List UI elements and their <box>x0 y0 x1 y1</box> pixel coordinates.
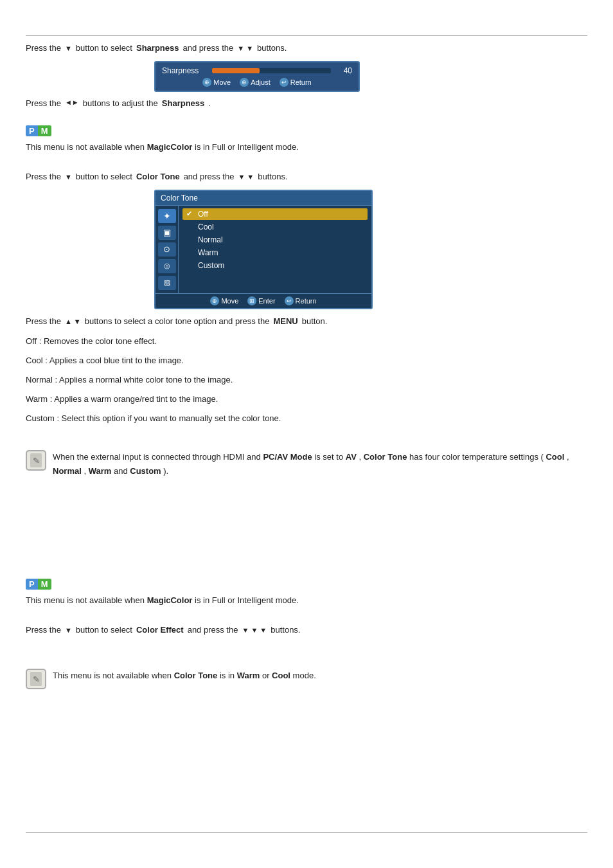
note-icon-1 <box>26 450 46 471</box>
pm-p-2: P <box>26 579 38 590</box>
note1-custom: Custom <box>130 466 161 476</box>
ct-text4: buttons. <box>258 170 287 183</box>
sharpness-osd-value: 40 <box>336 66 352 75</box>
note1-text5: has four color temperature settings ( <box>409 452 544 462</box>
ct-return-label: Return <box>296 297 317 305</box>
colortone-options-column: ✔ Off Cool Normal Warm <box>179 206 371 293</box>
ct-move-icon: ⊕ <box>210 296 219 305</box>
check-cool <box>186 223 194 231</box>
ct-enter-icon: ⊞ <box>247 296 256 305</box>
ct-option-warm[interactable]: Warm <box>182 247 368 258</box>
ce-label: Color Effect <box>136 624 184 637</box>
note2-text2: is in <box>220 671 235 680</box>
colortone-osd-body: ✦ ▣ ⊙ ◎ ▨ <box>155 206 371 293</box>
pm-note-end-2: is in Full or Intelligent mode. <box>195 595 299 605</box>
ct-cool-desc: Cool : Applies a cool blue tint to the i… <box>26 354 587 368</box>
ct-return-icon: ↩ <box>285 296 294 305</box>
colortone-osd-header: Color Tone <box>155 191 371 206</box>
ct-cool-label: Cool <box>198 222 214 231</box>
osd-adjust-ctrl: ⊕ Adjust <box>240 78 271 87</box>
pm-note-text-2: This menu is not available when <box>26 595 145 605</box>
ct-enter-ctrl: ⊞ Enter <box>247 296 275 305</box>
note1-text2: is set to <box>314 452 343 462</box>
note-text-1: When the external input is connected thr… <box>53 450 587 478</box>
ct-down-arrow: ▼ <box>65 172 72 183</box>
ct-custom-label: Custom <box>198 261 224 270</box>
note-icon-2 <box>26 669 46 689</box>
ce-instruction: Press the ▼ button to select Color Effec… <box>26 624 587 637</box>
ct-text2: button to select <box>76 170 132 183</box>
ct-option-normal[interactable]: Normal <box>182 234 368 246</box>
ct-normal-label: Normal <box>198 235 223 244</box>
note-text-2: This menu is not available when Color To… <box>53 669 316 683</box>
gear-icon: ⊙ <box>163 244 170 254</box>
contrast-icon: ◎ <box>164 262 170 270</box>
monitor-icon: ▣ <box>163 228 171 237</box>
ct-off-label: Off <box>198 210 208 219</box>
sharpness-label: Sharpness <box>136 42 179 55</box>
adjust-instruction: Press the ◄► buttons to adjust the Sharp… <box>26 97 587 110</box>
adj-text2: buttons to adjust the <box>83 97 158 110</box>
ct-icon-gear: ⊙ <box>158 242 176 257</box>
pm-m-1: M <box>38 125 51 136</box>
pm-note-end-1: is in Full or Intelligent mode. <box>195 142 299 152</box>
note1-text6: , <box>567 452 569 462</box>
section6-pm2: P M This menu is not available when Magi… <box>26 579 587 613</box>
section3-colortone: Press the ▼ button to select Color Tone … <box>26 170 587 312</box>
section5-note: When the external input is connected thr… <box>26 450 587 491</box>
adjust-arrows-icon: ▼ ▼ <box>237 43 253 54</box>
top-rule <box>26 35 587 36</box>
pm-magic-color-1: MagicColor <box>147 142 193 152</box>
note-box-1: When the external input is connected thr… <box>26 450 587 484</box>
ct-custom-desc: Custom : Select this option if you want … <box>26 411 587 426</box>
ct-option-custom[interactable]: Custom <box>182 260 368 271</box>
check-normal <box>186 236 194 244</box>
ct-label: Color Tone <box>136 170 180 183</box>
ce-text2: button to select <box>76 624 132 637</box>
ct-off-desc: Off : Removes the color tone effect. <box>26 334 587 348</box>
ce-text4: buttons. <box>271 624 300 637</box>
ce-arrows: ▼ ▼ ▼ <box>242 625 267 636</box>
note1-normal: Normal <box>53 466 82 476</box>
instr1-text1: Press the <box>26 42 61 55</box>
note1-pcav: PC/AV Mode <box>263 452 312 462</box>
ct-icon-contrast: ◎ <box>158 259 176 273</box>
section7-coloreffect: Press the ▼ button to select Color Effec… <box>26 624 587 643</box>
note2-warm: Warm <box>237 671 260 680</box>
nav-menu-label: MENU <box>273 315 298 328</box>
instr1-text2: button to select <box>76 42 132 55</box>
ce-text1: Press the <box>26 624 61 637</box>
sharpness-osd: Sharpness 40 ⊕ Move ⊕ Adjust ↩ Return <box>154 61 360 92</box>
pm-p-1: P <box>26 125 38 136</box>
star-icon: ✦ <box>163 211 171 221</box>
sharpness-adj-label: Sharpness <box>162 97 204 110</box>
section8-note2: This menu is not available when Color To… <box>26 669 587 697</box>
pm-note-2: This menu is not available when MagicCol… <box>26 593 587 608</box>
ct-option-off[interactable]: ✔ Off <box>182 208 368 220</box>
ce-down-arrow: ▼ <box>65 625 72 636</box>
check-custom <box>186 262 194 269</box>
ct-enter-label: Enter <box>258 297 275 305</box>
ct-icon-monitor: ▣ <box>158 226 176 240</box>
ct-move-label: Move <box>221 297 238 305</box>
ct-option-cool[interactable]: Cool <box>182 221 368 233</box>
lr-arrows-icon: ◄► <box>65 97 79 108</box>
pm-note-1: This menu is not available when MagicCol… <box>26 140 587 154</box>
colortone-instruction: Press the ▼ button to select Color Tone … <box>26 170 587 183</box>
ct-warm-label: Warm <box>198 248 218 257</box>
ct-arrows2: ▼ ▼ <box>238 172 254 183</box>
ct-text3: and press the <box>184 170 235 183</box>
sharpness-instruction: Press the ▼ button to select Sharpness a… <box>26 42 587 55</box>
ct-icon-img: ▨ <box>158 276 176 290</box>
sharpness-slider-fill <box>212 68 260 73</box>
image-icon: ▨ <box>164 278 170 287</box>
colortone-osd-controls: ⊕ Move ⊞ Enter ↩ Return <box>155 293 371 308</box>
pm-note-text-1: This menu is not available when <box>26 142 145 152</box>
ce-text3: and press the <box>188 624 238 637</box>
pm-magic-color-2: MagicColor <box>147 595 193 605</box>
note1-text3: , <box>359 452 361 462</box>
sharpness-osd-controls: ⊕ Move ⊕ Adjust ↩ Return <box>162 78 352 87</box>
note2-text1: This menu is not available when <box>53 671 172 680</box>
adj-text3: . <box>208 97 211 110</box>
note1-warm: Warm <box>89 466 112 476</box>
